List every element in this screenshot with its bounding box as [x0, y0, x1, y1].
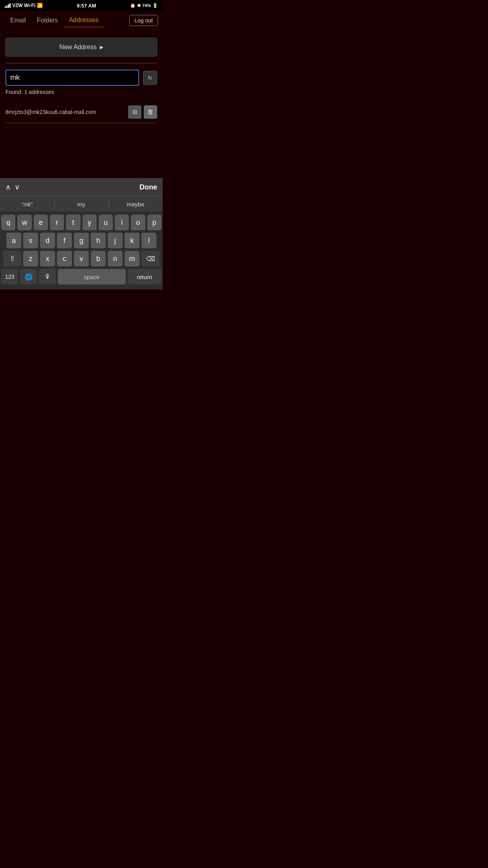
refresh-icon: ↻ [148, 75, 152, 81]
search-input[interactable] [6, 70, 139, 86]
keyboard-prev-button[interactable]: ∧ [6, 181, 15, 193]
delete-icon: 🗑 [147, 108, 154, 116]
shift-key[interactable]: ⇧ [3, 251, 21, 267]
status-time: 9:57 AM [77, 3, 96, 9]
carrier-label: VZW Wi-Fi [12, 3, 35, 8]
key-x[interactable]: x [40, 251, 55, 267]
key-b[interactable]: b [91, 251, 106, 267]
key-g[interactable]: g [74, 233, 89, 248]
nav-bar: Email Folders Addresses Log out [0, 11, 163, 30]
key-m[interactable]: m [125, 251, 139, 267]
return-key[interactable]: return [128, 269, 161, 285]
refresh-button[interactable]: ↻ [143, 71, 157, 85]
wifi-icon: 📶 [37, 3, 43, 8]
copy-address-button[interactable]: ⧉ [128, 105, 141, 119]
key-n[interactable]: n [108, 251, 123, 267]
key-k[interactable]: k [125, 233, 139, 248]
key-c[interactable]: c [57, 251, 72, 267]
key-row-1: q w e r t y u i o p [1, 215, 161, 230]
key-r[interactable]: r [50, 215, 64, 230]
divider [6, 63, 157, 63]
address-item: 8mrjzto3@mk23kuu6.cabal-mail.com ⧉ 🗑 [6, 101, 157, 123]
key-e[interactable]: e [34, 215, 48, 230]
key-v[interactable]: v [74, 251, 89, 267]
battery-icon: 🔋 [152, 3, 158, 8]
keyboard-next-button[interactable]: ∨ [15, 181, 24, 193]
space-key[interactable]: space [58, 269, 125, 285]
tab-email[interactable]: Email [5, 14, 31, 27]
address-email: 8mrjzto3@mk23kuu6.cabal-mail.com [6, 109, 128, 115]
status-bar: VZW Wi-Fi 📶 9:57 AM ⏰ ✱ 74% 🔋 [0, 0, 163, 11]
key-o[interactable]: o [131, 215, 145, 230]
autocomplete-row: "mk" my maybe [0, 197, 163, 212]
down-icon: ∨ [15, 183, 20, 191]
autocomplete-my[interactable]: my [54, 198, 108, 211]
key-rows: q w e r t y u i o p a s d f g h j k l ⇧ … [0, 212, 163, 285]
key-u[interactable]: u [99, 215, 113, 230]
status-left: VZW Wi-Fi 📶 [5, 3, 43, 8]
copy-icon: ⧉ [133, 108, 137, 116]
mic-key[interactable]: 🎙 [39, 269, 56, 285]
logout-button[interactable]: Log out [129, 15, 158, 26]
status-right: ⏰ ✱ 74% 🔋 [130, 3, 158, 8]
key-y[interactable]: y [83, 215, 97, 230]
key-s[interactable]: s [23, 233, 38, 248]
key-j[interactable]: j [108, 233, 123, 248]
keyboard-toolbar: ∧ ∨ Done [0, 178, 163, 197]
alarm-icon: ⏰ [130, 3, 136, 8]
autocomplete-mk[interactable]: "mk" [0, 198, 54, 211]
new-address-label: New Address [59, 44, 96, 51]
key-l[interactable]: l [141, 233, 156, 248]
up-icon: ∧ [6, 183, 11, 191]
key-p[interactable]: p [147, 215, 161, 230]
key-z[interactable]: z [23, 251, 38, 267]
tab-folders[interactable]: Folders [31, 14, 63, 27]
key-i[interactable]: i [115, 215, 129, 230]
found-count-label: Found: 1 addresses [6, 89, 157, 95]
key-row-4: 123 🌐 🎙 space return [1, 269, 161, 285]
bluetooth-icon: ✱ [137, 3, 141, 8]
keyboard-done-button[interactable]: Done [139, 183, 157, 191]
key-h[interactable]: h [91, 233, 106, 248]
key-row-2: a s d f g h j k l [1, 233, 161, 248]
signal-bars [5, 3, 11, 8]
main-content: New Address ▶ ↻ Found: 1 addresses 8mrjz… [0, 30, 163, 178]
key-t[interactable]: t [66, 215, 80, 230]
search-row: ↻ [6, 70, 157, 86]
key-d[interactable]: d [40, 233, 55, 248]
key-q[interactable]: q [1, 215, 15, 230]
battery-label: 74% [142, 3, 151, 8]
tab-addresses[interactable]: Addresses [63, 13, 104, 28]
play-icon: ▶ [100, 44, 103, 50]
key-w[interactable]: w [17, 215, 31, 230]
backspace-key[interactable]: ⌫ [141, 251, 160, 267]
number-key[interactable]: 123 [1, 269, 18, 285]
delete-address-button[interactable]: 🗑 [144, 105, 157, 119]
autocomplete-maybe[interactable]: maybe [108, 198, 163, 211]
key-a[interactable]: a [6, 233, 21, 248]
new-address-button[interactable]: New Address ▶ [6, 38, 157, 57]
key-f[interactable]: f [57, 233, 72, 248]
address-actions: ⧉ 🗑 [128, 105, 157, 119]
key-row-3: ⇧ z x c v b n m ⌫ [1, 251, 161, 267]
globe-key[interactable]: 🌐 [20, 269, 37, 285]
keyboard-area: ∧ ∨ Done "mk" my maybe q w e r t y u i o… [0, 178, 163, 289]
